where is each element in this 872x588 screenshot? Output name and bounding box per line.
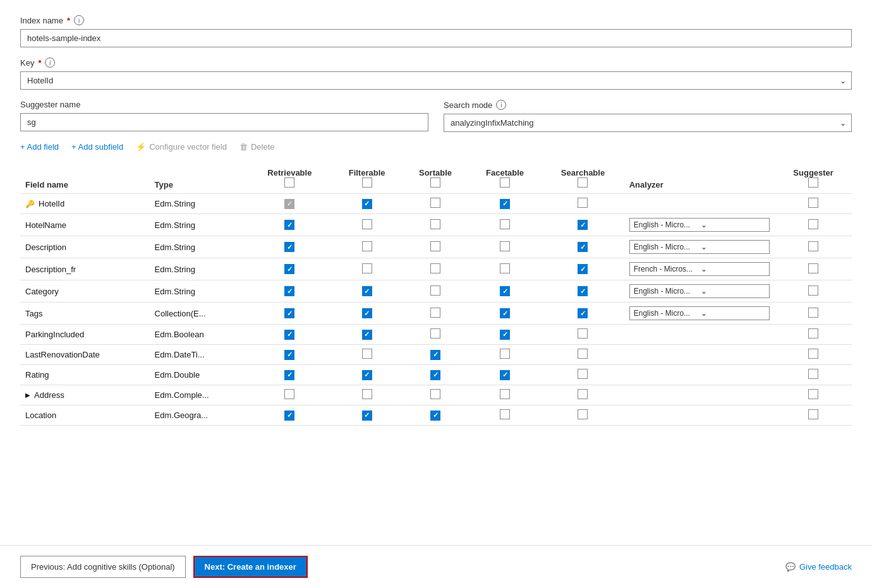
sortable-checkbox[interactable]	[430, 389, 440, 399]
facetable-all-checkbox[interactable]	[500, 177, 510, 188]
searchable-checkbox[interactable]	[578, 198, 588, 208]
sortable-checkbox[interactable]	[430, 411, 440, 421]
sortable-checkbox[interactable]	[430, 328, 440, 339]
field-name-cell: Location	[20, 405, 150, 426]
retrievable-checkbox[interactable]	[284, 286, 294, 296]
analyzer-select[interactable]: English - Micro...⌄	[629, 240, 770, 254]
type-cell: Edm.Double	[150, 365, 248, 385]
configure-vector-button[interactable]: ⚡ Configure vector field	[136, 142, 227, 152]
feedback-button[interactable]: 💬 Give feedback	[785, 562, 852, 572]
filterable-checkbox[interactable]	[362, 199, 372, 209]
suggester-name-input[interactable]	[20, 113, 428, 131]
add-subfield-button[interactable]: + Add subfield	[71, 142, 123, 152]
key-info-icon[interactable]: i	[45, 57, 55, 68]
retrievable-checkbox[interactable]	[284, 242, 294, 252]
searchable-checkbox[interactable]	[578, 328, 588, 339]
sortable-checkbox[interactable]	[430, 285, 440, 296]
sortable-checkbox[interactable]	[430, 308, 440, 318]
searchable-checkbox[interactable]	[578, 308, 588, 318]
retrievable-all-checkbox[interactable]	[284, 177, 294, 188]
analyzer-select[interactable]: English - Micro...⌄	[629, 306, 770, 320]
retrievable-checkbox[interactable]	[284, 220, 294, 230]
suggester-checkbox[interactable]	[808, 349, 818, 359]
facetable-checkbox[interactable]	[500, 349, 510, 359]
analyzer-cell	[624, 385, 775, 405]
filterable-checkbox[interactable]	[362, 349, 372, 359]
retrievable-checkbox[interactable]	[284, 199, 294, 209]
facetable-checkbox[interactable]	[500, 370, 510, 380]
analyzer-select[interactable]: English - Micro...⌄	[629, 284, 770, 298]
sortable-checkbox[interactable]	[430, 263, 440, 273]
facetable-checkbox[interactable]	[500, 241, 510, 251]
delete-button[interactable]: 🗑 Delete	[239, 142, 275, 152]
filterable-all-checkbox[interactable]	[362, 177, 372, 188]
sortable-checkbox[interactable]	[430, 350, 440, 360]
facetable-checkbox[interactable]	[500, 263, 510, 273]
suggester-checkbox[interactable]	[808, 369, 818, 379]
suggester-checkbox[interactable]	[808, 219, 818, 229]
suggester-cell	[775, 236, 852, 258]
retrievable-checkbox[interactable]	[284, 411, 294, 421]
facetable-checkbox[interactable]	[500, 409, 510, 419]
facetable-checkbox[interactable]	[500, 308, 510, 318]
key-select-wrapper[interactable]: HotelId ⌄	[20, 71, 852, 90]
filterable-checkbox[interactable]	[362, 411, 372, 421]
searchable-checkbox[interactable]	[578, 286, 588, 296]
searchable-checkbox[interactable]	[578, 264, 588, 274]
fields-table: Field name Type Retrievable Filterable S…	[20, 164, 852, 426]
index-name-info-icon[interactable]: i	[74, 15, 84, 25]
analyzer-cell: English - Micro...⌄	[624, 280, 775, 303]
filterable-checkbox[interactable]	[362, 389, 372, 399]
retrievable-checkbox[interactable]	[284, 389, 294, 399]
next-button[interactable]: Next: Create an indexer	[193, 556, 308, 578]
retrievable-checkbox[interactable]	[284, 308, 294, 318]
sortable-checkbox[interactable]	[430, 198, 440, 208]
index-name-input[interactable]	[20, 29, 852, 47]
suggester-checkbox[interactable]	[808, 263, 818, 273]
filterable-checkbox[interactable]	[362, 263, 372, 273]
searchable-checkbox[interactable]	[578, 220, 588, 230]
retrievable-checkbox[interactable]	[284, 264, 294, 274]
suggester-checkbox[interactable]	[808, 241, 818, 251]
facetable-checkbox[interactable]	[500, 389, 510, 399]
suggester-checkbox[interactable]	[808, 328, 818, 339]
searchable-checkbox[interactable]	[578, 369, 588, 379]
retrievable-checkbox[interactable]	[284, 370, 294, 380]
facetable-checkbox[interactable]	[500, 219, 510, 229]
searchable-checkbox[interactable]	[578, 409, 588, 419]
search-mode-select-wrapper[interactable]: analyzingInfixMatching ⌄	[444, 114, 852, 132]
analyzer-select[interactable]: English - Micro...⌄	[629, 218, 770, 232]
sortable-all-checkbox[interactable]	[430, 177, 440, 188]
sortable-checkbox[interactable]	[430, 219, 440, 229]
retrievable-checkbox[interactable]	[284, 330, 294, 340]
filterable-checkbox[interactable]	[362, 241, 372, 251]
key-select[interactable]: HotelId	[21, 72, 851, 89]
facetable-checkbox[interactable]	[500, 286, 510, 296]
analyzer-select[interactable]: French - Micros...⌄	[629, 262, 770, 276]
filterable-checkbox[interactable]	[362, 286, 372, 296]
suggester-checkbox[interactable]	[808, 285, 818, 296]
filterable-checkbox[interactable]	[362, 370, 372, 380]
sortable-checkbox[interactable]	[430, 241, 440, 251]
searchable-checkbox[interactable]	[578, 389, 588, 399]
filterable-checkbox[interactable]	[362, 219, 372, 229]
suggester-all-checkbox[interactable]	[808, 177, 818, 188]
add-field-button[interactable]: + Add field	[20, 142, 59, 152]
suggester-checkbox[interactable]	[808, 389, 818, 399]
suggester-checkbox[interactable]	[808, 308, 818, 318]
searchable-checkbox[interactable]	[578, 349, 588, 359]
search-mode-select[interactable]: analyzingInfixMatching	[444, 114, 851, 131]
retrievable-checkbox[interactable]	[284, 350, 294, 360]
filterable-checkbox[interactable]	[362, 330, 372, 340]
facetable-checkbox[interactable]	[500, 330, 510, 340]
searchable-checkbox[interactable]	[578, 242, 588, 252]
facetable-checkbox[interactable]	[500, 199, 510, 209]
suggester-checkbox[interactable]	[808, 198, 818, 208]
search-mode-info-icon[interactable]: i	[496, 100, 506, 110]
searchable-all-checkbox[interactable]	[578, 177, 588, 188]
prev-button[interactable]: Previous: Add cognitive skills (Optional…	[20, 556, 186, 578]
expand-icon[interactable]: ▶	[25, 392, 30, 399]
sortable-checkbox[interactable]	[430, 370, 440, 380]
filterable-checkbox[interactable]	[362, 308, 372, 318]
suggester-checkbox[interactable]	[808, 409, 818, 419]
